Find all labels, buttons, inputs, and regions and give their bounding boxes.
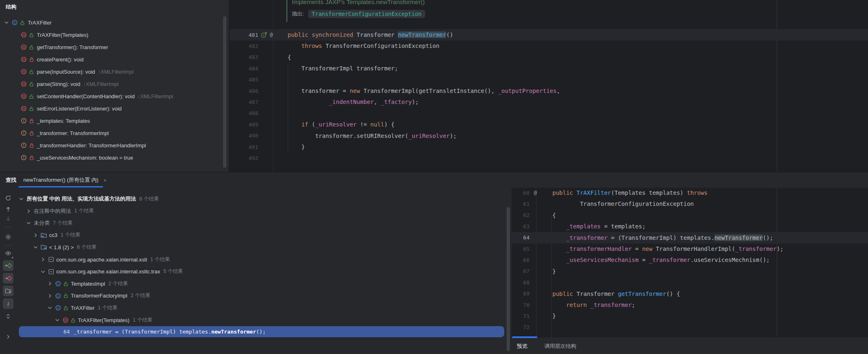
usages-tree-row[interactable]: cc31 个结果 [16,229,506,241]
code-text[interactable]: } [539,313,556,319]
chevron-down-icon[interactable] [54,317,61,323]
code-text[interactable]: if (_uriResolver != null) { [274,121,395,128]
code-line[interactable]: 492 [230,152,868,164]
structure-item[interactable]: msetContentHandler(ContentHandler): void… [0,90,229,102]
code-line[interactable]: 482 throws TransformerConfigurationExcep… [230,40,868,52]
code-line[interactable]: 72 [512,322,868,333]
code-line[interactable]: 489 if (_uriResolver != null) { [230,119,868,130]
annotation-icon[interactable]: @ [532,189,539,196]
read-access-icon[interactable] [3,260,14,271]
tab-call-hierarchy[interactable]: 调用层次结构 [544,337,576,354]
structure-item[interactable]: f_transformerHandler: TransformerHandler… [0,139,229,151]
code-text[interactable]: } [539,268,556,275]
chevron-right-icon[interactable] [47,293,53,299]
code-line[interactable]: 490 transformer.setURIResolver(_uriResol… [230,130,868,142]
settings-icon[interactable] [3,232,14,242]
editor-main[interactable]: Implements JAXP's Templates.newTransform… [230,0,868,172]
code-line[interactable]: 481I@ public synchronized Transformer ne… [230,29,868,41]
code-text[interactable]: _transformerHandler = new TransformerHan… [539,246,784,252]
structure-item[interactable]: msetErrorListener(ErrorListener): void [0,102,229,115]
implementing-method-icon[interactable]: I [261,32,267,38]
structure-item[interactable]: CTrAXFilter [0,16,229,29]
code-text[interactable]: _templates = templates; [539,223,645,230]
structure-item[interactable]: f_templates: Templates [0,115,229,127]
code-text[interactable]: throws TransformerConfigurationException [274,43,440,49]
chevron-down-icon[interactable] [18,196,25,202]
code-text[interactable]: { [539,212,556,219]
code-line[interactable]: 70 return _transformer; [512,299,868,311]
code-line[interactable]: 66 _useServicesMechanism = _transformer.… [512,254,868,266]
code-text[interactable]: public Transformer getTransformer() { [539,291,680,297]
code-line[interactable]: 65 _transformerHandler = new Transformer… [512,243,868,255]
structure-scrollbar[interactable] [223,16,226,168]
usages-tree-scrollbar[interactable] [507,207,510,351]
chevron-right-icon[interactable] [25,208,32,214]
usage-preview-editor[interactable]: 60@ public TrAXFilter(Templates template… [512,188,868,337]
code-line[interactable]: 487 _indentNumber, _tfactory); [230,96,868,108]
code-text[interactable]: } [274,144,305,150]
code-text[interactable]: return _transformer; [539,302,635,308]
structure-item[interactable]: f_transformer: TransformerImpl [0,127,229,139]
usages-tree-row[interactable]: 所有位置 中的 用法、实现方法或基方法的用法8 个结果 [16,193,506,205]
code-text[interactable]: public synchronized Transformer newTrans… [274,32,453,38]
code-text[interactable]: _indentNumber, _tfactory); [274,99,419,105]
code-line[interactable]: 69 public Transformer getTransformer() { [512,288,868,300]
code-line[interactable]: 491 } [230,141,868,153]
code-line[interactable]: 64 _transformer = (TransformerImpl) temp… [512,232,868,244]
usages-tree-row[interactable]: CTrAXFilter1 个结果 [16,302,506,314]
code-text[interactable]: public TrAXFilter(Templates templates) t… [539,189,708,196]
write-access-icon[interactable] [3,273,14,284]
structure-item[interactable]: mparse(String): void↑XMLFilterImpl [0,78,229,90]
code-text[interactable]: TransformerConfigurationException [539,201,694,207]
code-text[interactable]: transformer.setURIResolver(_uriResolver)… [274,133,457,139]
code-line[interactable]: 486 transformer = new TransformerImpl(ge… [230,85,868,97]
code-line[interactable]: 60@ public TrAXFilter(Templates template… [512,188,868,198]
structure-item[interactable]: mcreateParent(): void [0,53,229,65]
expand-collapse-icon[interactable] [3,311,14,322]
code-line[interactable]: 61 TransformerConfigurationException [512,198,868,210]
code-line[interactable]: 63 _templates = templates; [512,221,868,232]
close-icon[interactable]: × [104,177,107,183]
chevron-down-icon[interactable] [25,220,32,226]
code-line[interactable]: 67 } [512,266,868,277]
code-text[interactable]: TransformerImpl transformer; [274,65,398,72]
code-line[interactable]: 485 [230,74,868,86]
usages-tree-row[interactable]: 在注释中的用法1 个结果 [16,205,506,217]
group-by-icon[interactable] [3,286,14,296]
code-line[interactable]: 484 TransformerImpl transformer; [230,63,868,74]
usages-tree-row[interactable]: 未分类7 个结果 [16,217,506,229]
usages-tree-row[interactable]: < 1.8 (2) >6 个结果 [16,241,506,253]
chevron-down-icon[interactable] [40,268,46,275]
chevron-down-icon[interactable] [3,19,10,26]
code-text[interactable]: { [274,54,291,61]
code-text[interactable]: _transformer = (TransformerImpl) templat… [539,234,773,241]
code-line[interactable]: 68 [512,277,868,288]
code-text[interactable]: transformer = new TransformerImpl(getTra… [274,88,560,94]
chevron-down-icon[interactable] [32,244,39,250]
show-info-icon[interactable]: i [3,298,14,309]
chevron-right-icon[interactable] [40,256,46,263]
chevron-right-icon[interactable] [47,280,53,287]
chevron-down-icon[interactable] [47,304,53,311]
usages-tree-row[interactable]: mTrAXFilter(Templates)1 个结果 [16,314,506,326]
javadoc-throws-chip[interactable]: TransformerConfigurationException [308,10,425,18]
code-line[interactable]: 488 [230,108,868,119]
usages-tree-row[interactable]: CTransformerFactoryImpl2 个结果 [16,290,506,302]
usages-tree-row[interactable]: CTemplatesImpl2 个结果 [16,277,506,290]
preview-usages-icon[interactable] [3,248,14,259]
code-line[interactable]: 483 { [230,52,868,63]
structure-item[interactable]: f_useServicesMechanism: boolean = true [0,151,229,164]
chevron-right-icon[interactable] [32,232,39,239]
find-results-tab[interactable]: newTransformer() (所有位置 内) × [18,172,111,188]
structure-item[interactable]: mparse(InputSource): void↑XMLFilterImpl [0,65,229,78]
structure-item[interactable]: mTrAXFilter(Templates) [0,29,229,41]
next-occurrence-icon[interactable] [3,213,14,224]
code-line[interactable]: 71 } [512,310,868,322]
code-text[interactable]: _useServicesMechanism = _transformer.use… [539,257,770,263]
usage-result-row-selected[interactable]: 64_transformer = (TransformerImpl) templ… [19,326,504,337]
usages-tree-row[interactable]: com.sun.org.apache.xalan.internal.xslt1 … [16,253,506,266]
usages-tree-row[interactable]: com.sun.org.apache.xalan.internal.xsltc.… [16,266,506,278]
tab-preview[interactable]: 预览 [517,337,528,354]
more-options-icon[interactable] [3,331,14,342]
rerun-search-icon[interactable] [3,193,14,203]
